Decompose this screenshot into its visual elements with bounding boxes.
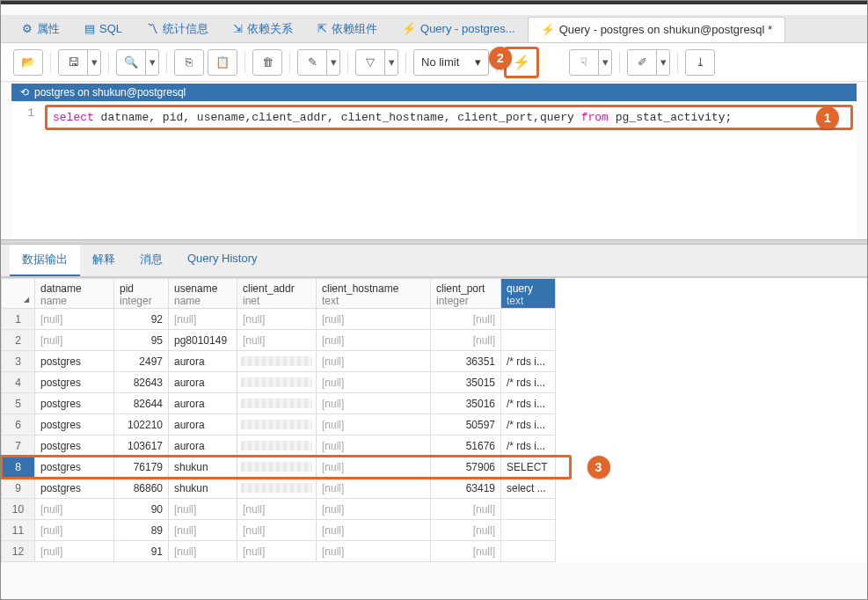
download-icon: ⤓ bbox=[696, 55, 705, 69]
open-button[interactable]: 📂 bbox=[13, 49, 43, 76]
filter-icon: ▽ bbox=[366, 55, 375, 69]
find-dropdown[interactable]: ▾ bbox=[145, 49, 159, 76]
row-number[interactable]: 5 bbox=[2, 393, 35, 414]
col-datname[interactable]: datnamename bbox=[35, 279, 114, 309]
delete-button[interactable]: 🗑 bbox=[252, 49, 282, 76]
row-number[interactable]: 7 bbox=[2, 435, 35, 457]
annotation-3: 3 bbox=[587, 456, 610, 479]
row-number[interactable]: 11 bbox=[2, 520, 35, 541]
tab-query-1[interactable]: ⚡Query - postgres... bbox=[390, 17, 528, 40]
hand-icon: ☟ bbox=[580, 55, 587, 69]
row-number[interactable]: 2 bbox=[2, 330, 35, 351]
table-row[interactable]: 7postgres103617aurora [null]51676/* rds … bbox=[2, 435, 556, 457]
line-number: 1 bbox=[11, 101, 41, 120]
sql-keyword-select: select bbox=[53, 111, 94, 124]
bolt-icon: ⚡ bbox=[541, 23, 555, 36]
row-number[interactable]: 1 bbox=[2, 309, 35, 330]
top-tabs: ⚙属性 ▤SQL 〽统计信息 ⇲依赖关系 ⇱依赖组件 ⚡Query - post… bbox=[1, 15, 867, 43]
col-client-hostname[interactable]: client_hostnametext bbox=[317, 279, 431, 309]
tab-query-2[interactable]: ⚡Query - postgres on shukun@postgresql * bbox=[528, 17, 785, 42]
edit-dropdown[interactable]: ▾ bbox=[326, 49, 340, 76]
sql-keyword-from: from bbox=[581, 111, 609, 124]
row-number[interactable]: 10 bbox=[2, 499, 35, 520]
save-button[interactable]: 🖫 bbox=[58, 49, 88, 76]
col-client-port[interactable]: client_portinteger bbox=[431, 279, 501, 309]
row-number[interactable]: 9 bbox=[2, 478, 35, 499]
table-row[interactable]: 2[null]95pg8010149[null][null][null] bbox=[2, 330, 556, 351]
col-usename[interactable]: usenamename bbox=[169, 279, 237, 309]
clear-button[interactable]: ✐ bbox=[627, 49, 657, 76]
chart-icon: 〽 bbox=[147, 22, 158, 35]
table-row[interactable]: 8postgres76179shukun [null]57906SELECT bbox=[2, 457, 556, 478]
paste-button[interactable]: 📋 bbox=[208, 49, 237, 76]
edit-icon: ✎ bbox=[308, 55, 317, 69]
col-client-addr[interactable]: client_addrinet bbox=[237, 279, 317, 309]
sql-table: pg_stat_activity; bbox=[609, 111, 732, 124]
col-query[interactable]: querytext bbox=[501, 279, 556, 309]
caret-down-icon: ▾ bbox=[602, 55, 609, 69]
bolt-icon: ⚡ bbox=[402, 22, 416, 35]
table-row[interactable]: 1[null]92[null][null][null][null] bbox=[2, 309, 556, 330]
row-number[interactable]: 3 bbox=[2, 351, 35, 372]
connection-bar[interactable]: ⟲ postgres on shukun@postgresql bbox=[11, 84, 857, 101]
save-dropdown[interactable]: ▾ bbox=[87, 49, 101, 76]
explain-button[interactable]: ☟ bbox=[569, 49, 599, 76]
row-number[interactable]: 8 bbox=[2, 457, 35, 478]
row-number[interactable]: 4 bbox=[2, 372, 35, 393]
tab-data-output[interactable]: 数据输出 bbox=[10, 245, 80, 276]
table-row[interactable]: 4postgres82643aurora [null]35015/* rds i… bbox=[2, 372, 556, 393]
bolt-icon: ⚡ bbox=[513, 54, 530, 70]
explain-dropdown[interactable]: ▾ bbox=[598, 49, 612, 76]
doc-icon: ▤ bbox=[84, 22, 95, 35]
link-icon: ⟲ bbox=[20, 86, 29, 99]
annotation-1: 1 bbox=[816, 106, 839, 129]
row-number[interactable]: 6 bbox=[2, 414, 35, 435]
tree-icon: ⇲ bbox=[233, 22, 243, 35]
tab-dep-components[interactable]: ⇱依赖组件 bbox=[305, 16, 390, 42]
caret-down-icon: ▾ bbox=[389, 55, 395, 69]
toolbar: 📂 🖫 ▾ 🔍 ▾ ⎘ 📋 🗑 ✎ ▾ ▽ ▾ No limit▾ ⚡ 2 bbox=[1, 43, 867, 82]
download-button[interactable]: ⤓ bbox=[685, 49, 715, 76]
filter-button[interactable]: ▽ bbox=[355, 49, 385, 76]
paste-icon: 📋 bbox=[215, 55, 230, 69]
result-grid[interactable]: ◢ datnamename pidinteger usenamename cli… bbox=[1, 277, 867, 562]
row-number[interactable]: 12 bbox=[2, 541, 35, 562]
edit-button[interactable]: ✎ bbox=[297, 49, 327, 76]
clear-dropdown[interactable]: ▾ bbox=[656, 49, 670, 76]
tab-explain[interactable]: 解释 bbox=[80, 245, 128, 276]
table-row[interactable]: 11[null]89[null][null][null][null] bbox=[2, 520, 556, 541]
col-pid[interactable]: pidinteger bbox=[114, 279, 169, 309]
find-button[interactable]: 🔍 bbox=[116, 49, 146, 76]
gears-icon: ⚙ bbox=[22, 22, 33, 35]
sql-editor[interactable]: 1 select datname, pid, usename,client_ad… bbox=[11, 101, 857, 239]
table-row[interactable]: 5postgres82644aurora [null]35016/* rds i… bbox=[2, 393, 556, 414]
filter-dropdown[interactable]: ▾ bbox=[384, 49, 398, 76]
copy-icon: ⎘ bbox=[186, 55, 193, 69]
table-row[interactable]: 10[null]90[null][null][null][null] bbox=[2, 499, 556, 520]
caret-down-icon: ▾ bbox=[660, 55, 667, 69]
search-icon: 🔍 bbox=[124, 55, 138, 69]
folder-icon: 📂 bbox=[21, 55, 35, 69]
limit-select[interactable]: No limit▾ bbox=[413, 49, 489, 76]
table-row[interactable]: 12[null]91[null][null][null][null] bbox=[2, 541, 556, 562]
table-row[interactable]: 9postgres86860shukun [null]63419select .… bbox=[2, 478, 556, 499]
corner-cell[interactable]: ◢ bbox=[2, 279, 35, 309]
result-tabs: 数据输出 解释 消息 Query History bbox=[1, 245, 867, 277]
table-row[interactable]: 3postgres2497aurora [null]36351/* rds i.… bbox=[2, 351, 556, 372]
save-icon: 🖫 bbox=[68, 55, 79, 69]
caret-down-icon: ▾ bbox=[150, 55, 156, 69]
tab-stats[interactable]: 〽统计信息 bbox=[135, 16, 221, 42]
tab-deps[interactable]: ⇲依赖关系 bbox=[221, 16, 305, 42]
tab-messages[interactable]: 消息 bbox=[128, 245, 175, 276]
tab-query-history[interactable]: Query History bbox=[175, 245, 269, 276]
table-row[interactable]: 6postgres102210aurora [null]50597/* rds … bbox=[2, 414, 556, 435]
caret-down-icon: ▾ bbox=[331, 55, 337, 69]
caret-down-icon: ▾ bbox=[91, 55, 98, 69]
annotation-2: 2 bbox=[489, 47, 512, 70]
copy-button[interactable]: ⎘ bbox=[174, 49, 204, 76]
tab-sql[interactable]: ▤SQL bbox=[72, 17, 135, 40]
tree-icon: ⇱ bbox=[317, 22, 327, 35]
trash-icon: 🗑 bbox=[262, 55, 274, 69]
caret-down-icon: ▾ bbox=[475, 55, 481, 69]
tab-properties[interactable]: ⚙属性 bbox=[10, 16, 72, 42]
